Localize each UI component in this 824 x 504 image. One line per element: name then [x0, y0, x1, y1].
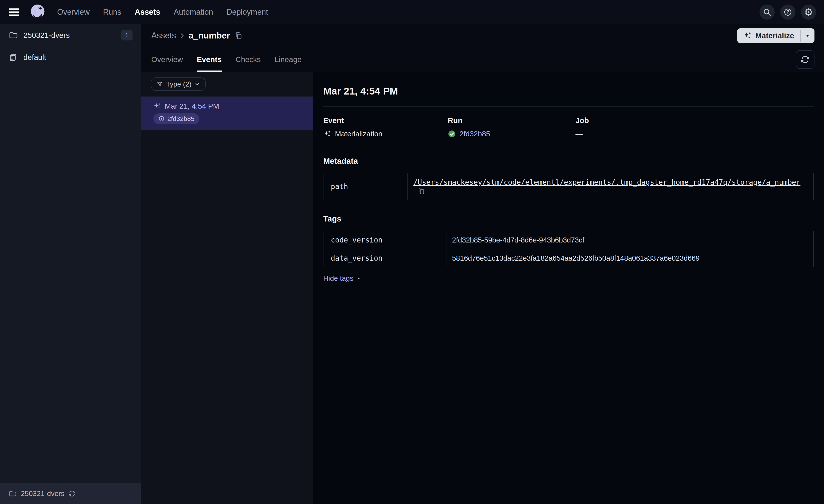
events-filter-bar: Type (2)	[141, 72, 313, 97]
event-summary-columns: Event Materialization R	[323, 116, 814, 138]
event-column-label: Event	[323, 116, 448, 125]
top-nav: Overview Runs Assets Automation Deployme…	[0, 0, 824, 24]
search-icon	[763, 8, 771, 16]
event-list-item-selected[interactable]: Mar 21, 4:54 PM 2fd32b85	[141, 97, 313, 130]
metadata-key: path	[323, 173, 408, 200]
reload-location-icon[interactable]	[69, 490, 76, 497]
run-column-label: Run	[448, 116, 576, 125]
folder-icon	[9, 490, 17, 498]
tags-heading: Tags	[323, 214, 814, 224]
copy-path-icon[interactable]	[417, 187, 425, 195]
job-column: Job —	[576, 116, 814, 138]
table-gutter-cell	[806, 173, 814, 200]
event-timestamp: Mar 21, 4:54 PM	[165, 102, 219, 110]
tag-key: data_version	[323, 249, 446, 267]
page-title: a_number	[189, 31, 230, 40]
metadata-table: path /Users/smackesey/stm/code/elementl/…	[323, 173, 814, 200]
breadcrumb-assets-link[interactable]: Assets	[151, 31, 176, 40]
asset-groups-sidebar: 250321-dvers 1 default 250321-dvers	[0, 24, 141, 504]
gear-icon: ⚙	[804, 7, 813, 17]
run-column: Run 2fd32b85	[448, 116, 576, 138]
hamburger-menu-icon[interactable]	[9, 8, 19, 16]
tag-key: code_version	[323, 231, 446, 249]
tag-value: 2fd32b85-59be-4d7d-8d6e-943b6b3d73cf	[446, 231, 814, 249]
event-detail-title: Mar 21, 4:54 PM	[323, 85, 814, 97]
tags-table: code_version 2fd32b85-59be-4d7d-8d6e-943…	[323, 231, 814, 267]
nav-runs[interactable]: Runs	[103, 8, 121, 17]
caret-up-icon	[356, 276, 362, 281]
nav-deployment[interactable]: Deployment	[226, 8, 268, 17]
tab-overview[interactable]: Overview	[151, 47, 183, 72]
events-list-panel: Type (2) Mar 21, 4:54 PM	[141, 72, 313, 504]
sidebar-location-label: default	[23, 53, 46, 61]
sidebar-item-location[interactable]: default	[0, 46, 141, 69]
tab-events[interactable]: Events	[197, 47, 222, 72]
repo-location-icon	[9, 52, 18, 62]
dagster-app: Overview Runs Assets Automation Deployme…	[0, 0, 824, 504]
job-value: —	[576, 130, 583, 138]
refresh-events-button[interactable]	[796, 50, 815, 69]
nav-automation[interactable]: Automation	[174, 8, 213, 17]
top-nav-actions: ⚙	[759, 5, 816, 20]
copy-asset-name-icon[interactable]	[234, 31, 243, 40]
tab-checks[interactable]: Checks	[235, 47, 261, 72]
event-detail-panel: Mar 21, 4:54 PM Event Materi	[313, 72, 824, 504]
materialize-split-button[interactable]: Materialize	[737, 28, 815, 43]
table-row: path /Users/smackesey/stm/code/elementl/…	[323, 173, 814, 200]
materialization-sparkle-icon	[323, 130, 331, 138]
run-success-icon	[448, 130, 456, 138]
materialize-dropdown-button[interactable]	[801, 28, 815, 43]
hide-tags-link[interactable]: Hide tags	[323, 274, 362, 282]
type-filter-label: Type (2)	[166, 80, 191, 88]
asset-tabs: Overview Events Checks Lineage	[141, 47, 824, 72]
code-location-footer: 250321-dvers	[0, 483, 141, 504]
run-id-link[interactable]: 2fd32b85	[459, 130, 490, 138]
help-button[interactable]	[780, 5, 796, 20]
table-row: code_version 2fd32b85-59be-4d7d-8d6e-943…	[323, 231, 814, 249]
caret-down-icon	[804, 32, 811, 39]
asset-count-badge: 1	[121, 30, 132, 40]
tab-lineage[interactable]: Lineage	[275, 47, 302, 72]
nav-overview[interactable]: Overview	[57, 8, 90, 17]
divider	[323, 106, 814, 107]
help-icon	[784, 8, 792, 16]
sparkle-icon	[743, 31, 752, 40]
search-button[interactable]	[759, 5, 775, 20]
breadcrumb: Assets a_number Materialize	[141, 24, 824, 47]
type-filter-button[interactable]: Type (2)	[151, 78, 206, 91]
metadata-path-link[interactable]: /Users/smackesey/stm/code/elementl/exper…	[413, 178, 800, 186]
materialize-button[interactable]: Materialize	[737, 28, 800, 43]
nav-assets[interactable]: Assets	[135, 8, 160, 17]
settings-button[interactable]: ⚙	[801, 5, 816, 20]
footer-location-label: 250321-dvers	[21, 490, 65, 498]
folder-icon	[9, 30, 18, 40]
event-run-chip[interactable]: 2fd32b85	[153, 113, 199, 124]
tag-value: 5816d76e51c13dac22e3fa182a654aa2d526fb50…	[446, 249, 814, 267]
job-column-label: Job	[576, 116, 814, 125]
primary-nav: Overview Runs Assets Automation Deployme…	[57, 8, 268, 17]
chevron-right-icon	[179, 32, 186, 39]
materialize-label: Materialize	[755, 31, 794, 40]
refresh-icon	[801, 55, 810, 64]
event-run-id: 2fd32b85	[167, 115, 194, 122]
table-row: data_version 5816d76e51c13dac22e3fa182a6…	[323, 249, 814, 267]
metadata-heading: Metadata	[323, 157, 814, 166]
chevron-down-icon	[194, 81, 200, 87]
run-status-icon	[158, 116, 165, 122]
sidebar-group-label: 250321-dvers	[23, 31, 70, 39]
dagster-logo[interactable]	[28, 3, 47, 21]
event-column: Event Materialization	[323, 116, 448, 138]
sidebar-item-group[interactable]: 250321-dvers 1	[0, 24, 141, 46]
event-type-value: Materialization	[335, 130, 382, 138]
filter-funnel-icon	[157, 81, 163, 87]
materialization-sparkle-icon	[153, 102, 161, 110]
